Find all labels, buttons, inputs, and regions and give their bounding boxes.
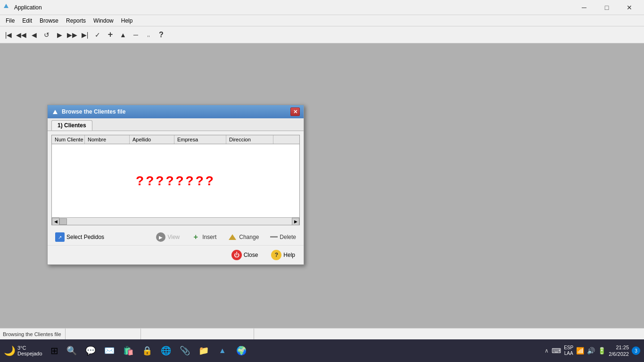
office-icon[interactable]: 📎 xyxy=(176,342,193,359)
nav-prev-multi-button[interactable]: ◀◀ xyxy=(16,29,27,41)
delete-button[interactable]: Delete xyxy=(266,232,300,242)
status-segment-3 xyxy=(141,329,254,339)
help-dialog-button[interactable]: ? Help xyxy=(266,248,300,262)
nav-first-button[interactable]: |◀ xyxy=(3,29,14,41)
taskbar: 🌙 3°C Despejado ⊞ 🔍 💬 ✉️ 🛍️ 🔒 🌐 📎 xyxy=(0,339,644,362)
scroll-track[interactable] xyxy=(59,218,292,225)
status-bar: Browsing the Clientes file xyxy=(0,328,644,339)
close-dialog-label: Close xyxy=(244,252,258,258)
app-title: Application xyxy=(14,4,573,11)
keyboard-icon[interactable]: ⌨ xyxy=(552,347,561,354)
col-apellido: Apellido xyxy=(130,135,174,144)
chevron-up-icon[interactable]: ∧ xyxy=(545,347,549,354)
window-controls: ─ □ ✕ xyxy=(573,0,640,15)
volume-icon[interactable]: 🔊 xyxy=(587,347,595,354)
language-indicator[interactable]: ESP LAA xyxy=(564,345,573,356)
security-icon[interactable]: 🔒 xyxy=(139,342,156,359)
browser-icon[interactable]: 🌍 xyxy=(233,342,250,359)
close-dialog-icon: ⏻ xyxy=(231,250,242,260)
menu-help[interactable]: Help xyxy=(117,16,137,25)
close-button[interactable]: ✕ xyxy=(619,0,640,15)
menu-bar: File Edit Browse Reports Window Help xyxy=(0,15,644,26)
dialog-tabs: 1) Clientes xyxy=(48,118,304,131)
condition: Despejado xyxy=(17,351,42,356)
dialog-close-button[interactable]: ✕ xyxy=(290,107,300,116)
insert-button[interactable]: + Insert xyxy=(187,231,220,243)
insert-icon: + xyxy=(191,232,200,242)
chat-icon[interactable]: 💬 xyxy=(82,342,99,359)
edge-icon[interactable]: 🌐 xyxy=(157,342,174,359)
dialog-actions: ↗ Select Pedidos ▶ View + Insert Change … xyxy=(48,229,304,245)
title-bar: Application ─ □ ✕ xyxy=(0,0,644,15)
battery-icon[interactable]: 🔋 xyxy=(598,347,606,354)
status-text: Browsing the Clientes file xyxy=(3,329,66,339)
view-label: View xyxy=(167,234,180,240)
insert-label: Insert xyxy=(202,234,216,240)
menu-file[interactable]: File xyxy=(2,16,18,25)
change-icon xyxy=(228,232,237,242)
select-pedidos-button[interactable]: ↗ Select Pedidos xyxy=(51,231,108,243)
view-button[interactable]: ▶ View xyxy=(152,231,183,243)
status-segment-2 xyxy=(66,329,141,339)
tab-clientes[interactable]: 1) Clientes xyxy=(51,120,92,131)
table-header: Num Cliente Nombre Apellido Empresa Dire… xyxy=(52,135,299,144)
nav-refresh-button[interactable]: ↺ xyxy=(41,29,52,41)
weather-icon: 🌙 xyxy=(4,345,16,356)
view-icon: ▶ xyxy=(156,232,165,242)
notification-badge[interactable]: 3 xyxy=(632,346,640,355)
scroll-right-button[interactable]: ▶ xyxy=(292,218,299,225)
error-placeholder: ???????? xyxy=(136,173,215,189)
nav-prev-button[interactable]: ◀ xyxy=(28,29,40,41)
check-button[interactable]: ✓ xyxy=(92,29,103,41)
temperature: 3°C xyxy=(17,345,42,351)
clock[interactable]: 21:25 2/6/2022 xyxy=(609,344,629,358)
dialog-content: Num Cliente Nombre Apellido Empresa Dire… xyxy=(48,131,304,229)
search-taskbar-button[interactable]: 🔍 xyxy=(63,342,80,359)
nav-next-button[interactable]: ▶ xyxy=(54,29,65,41)
select-pedidos-label: Select Pedidos xyxy=(66,234,104,240)
menu-edit[interactable]: Edit xyxy=(18,16,36,25)
taskbar-icons: 💬 ✉️ 🛍️ 🔒 🌐 📎 📁 ▲ 🌍 xyxy=(82,342,250,359)
menu-browse[interactable]: Browse xyxy=(36,16,62,25)
wifi-icon[interactable]: 📶 xyxy=(576,347,584,354)
toolbar: |◀ ◀◀ ◀ ↺ ▶ ▶▶ ▶| ✓ + ▲ ─ ,, ? xyxy=(0,26,644,43)
weather-widget[interactable]: 🌙 3°C Despejado xyxy=(4,345,42,356)
mail-icon[interactable]: ✉️ xyxy=(101,342,118,359)
change-button[interactable]: Change xyxy=(224,231,263,243)
col-nombre: Nombre xyxy=(85,135,130,144)
app-taskbar-icon[interactable]: ▲ xyxy=(214,342,231,359)
minimize-button[interactable]: ─ xyxy=(573,0,595,15)
scroll-thumb[interactable] xyxy=(59,218,67,225)
up-button[interactable]: ▲ xyxy=(117,29,129,41)
app-icon xyxy=(4,4,11,11)
select-pedidos-icon: ↗ xyxy=(55,232,65,242)
dialog-title: Browse the Clientes file xyxy=(62,108,290,115)
delete-icon xyxy=(270,236,278,238)
scroll-left-button[interactable]: ◀ xyxy=(52,218,59,225)
browse-dialog: Browse the Clientes file ✕ 1) Clientes N… xyxy=(47,105,304,265)
horizontal-scrollbar[interactable]: ◀ ▶ xyxy=(52,217,299,225)
weather-text: 3°C Despejado xyxy=(17,345,42,356)
dialog-bottom: ⏻ Close ? Help xyxy=(48,245,304,264)
store-icon[interactable]: 🛍️ xyxy=(120,342,137,359)
nav-next-multi-button[interactable]: ▶▶ xyxy=(66,29,78,41)
file-explorer-icon[interactable]: 📁 xyxy=(195,342,212,359)
menu-reports[interactable]: Reports xyxy=(62,16,90,25)
change-label: Change xyxy=(239,234,259,240)
help-toolbar-button[interactable]: ? xyxy=(156,29,167,41)
col-num-cliente: Num Cliente xyxy=(52,135,85,144)
menu-window[interactable]: Window xyxy=(90,16,117,25)
dialog-icon xyxy=(51,108,59,115)
nav-last-button[interactable]: ▶| xyxy=(79,29,91,41)
maximize-button[interactable]: □ xyxy=(596,0,618,15)
time: 21:25 xyxy=(609,344,629,351)
quote-button[interactable]: ,, xyxy=(143,29,154,41)
dash-button[interactable]: ─ xyxy=(130,29,141,41)
close-dialog-button[interactable]: ⏻ Close xyxy=(227,248,263,262)
add-button[interactable]: + xyxy=(105,29,116,41)
table-body[interactable]: ???????? xyxy=(52,144,299,217)
start-button[interactable]: ⊞ xyxy=(46,342,63,359)
delete-label: Delete xyxy=(280,234,296,240)
help-dialog-icon: ? xyxy=(271,250,281,260)
dialog-titlebar: Browse the Clientes file ✕ xyxy=(48,105,304,118)
